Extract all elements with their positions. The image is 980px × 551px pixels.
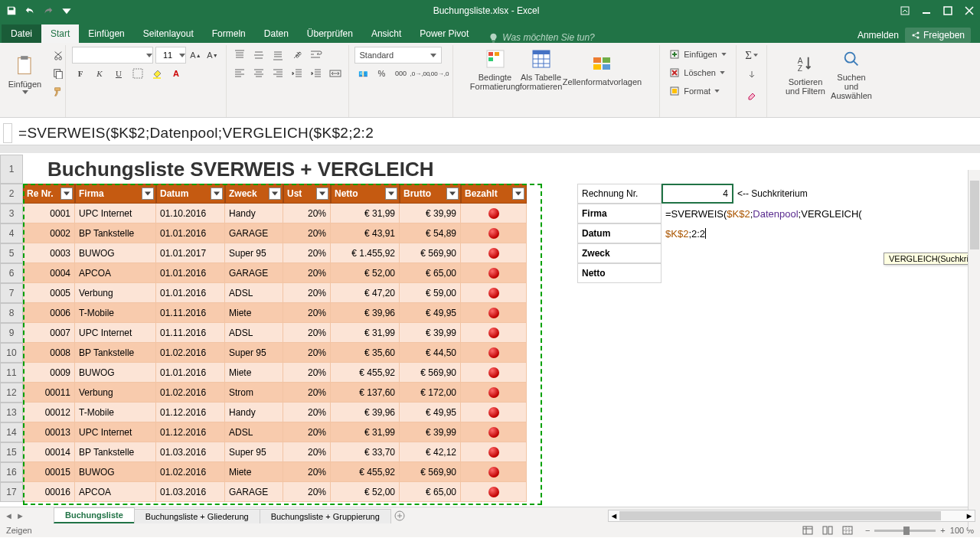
netto-label[interactable]: Netto	[577, 263, 662, 283]
increase-decimal-button[interactable]: ,0→,00	[412, 65, 429, 82]
tab-powerpivot[interactable]: Power Pivot	[410, 24, 478, 43]
cell-datum[interactable]: 01.01.2017	[156, 243, 225, 263]
cell-brutto[interactable]: € 59,00	[400, 283, 461, 303]
col-header-brutto[interactable]: Brutto	[400, 184, 461, 204]
row-header[interactable]: 12	[0, 383, 23, 403]
cell-brutto[interactable]: € 569,90	[400, 243, 461, 263]
cell-firma[interactable]: T-Mobile	[75, 303, 156, 323]
cell-zweck[interactable]: Handy	[225, 403, 283, 422]
cell-renr[interactable]: 0002	[23, 223, 75, 243]
cell-datum[interactable]: 01.11.2016	[156, 303, 225, 323]
table-row[interactable]: 00014BP Tankstelle01.03.2016Super 9520%€…	[23, 442, 966, 462]
cell-netto[interactable]: € 455,92	[331, 462, 400, 482]
view-page-layout-button[interactable]	[819, 522, 836, 539]
filter-datum[interactable]	[211, 187, 223, 200]
column-headers[interactable]	[0, 145, 980, 153]
cell-styles-button[interactable]: Zellenformatvorlagen	[566, 51, 639, 86]
align-bottom-button[interactable]	[270, 47, 286, 64]
cell-datum[interactable]: 01.01.2016	[156, 363, 225, 383]
tab-formeln[interactable]: Formeln	[203, 24, 255, 43]
cell-renr[interactable]: 0005	[23, 283, 75, 303]
copy-button[interactable]	[50, 65, 67, 82]
cell-brutto[interactable]: € 54,89	[400, 223, 461, 243]
cell-firma[interactable]: T-Mobile	[75, 403, 156, 422]
align-center-button[interactable]	[250, 65, 267, 82]
delete-cells-button[interactable]: Löschen	[666, 65, 729, 80]
cell-brutto[interactable]: € 49,95	[400, 403, 461, 422]
filter-renr[interactable]	[60, 187, 73, 200]
cell-ust[interactable]: 20%	[283, 383, 331, 403]
cell-renr[interactable]: 00013	[23, 422, 75, 442]
cell-netto[interactable]: € 47,20	[331, 283, 400, 303]
cell-renr[interactable]: 0001	[23, 204, 75, 223]
format-painter-button[interactable]	[50, 83, 67, 100]
autosum-button[interactable]: Σ	[743, 47, 760, 64]
formula-overlay-line1[interactable]: =SVERWEIS($K$2;Datenpool;VERGLEICH(	[662, 204, 864, 223]
cell-zweck[interactable]: GARAGE	[225, 263, 283, 283]
table-row[interactable]: 0005Verbung01.01.2016ADSL20%€ 47,20€ 59,…	[23, 283, 966, 303]
decrease-decimal-button[interactable]: ,00→,0	[431, 65, 448, 82]
italic-button[interactable]: K	[91, 65, 108, 82]
row-header[interactable]: 3	[0, 204, 23, 223]
thousands-button[interactable]: 000	[393, 65, 410, 82]
row-header[interactable]: 13	[0, 403, 23, 422]
close-button[interactable]	[959, 0, 980, 21]
horizontal-scrollbar[interactable]: ◄ ►	[608, 510, 975, 522]
cell-brutto[interactable]: € 65,00	[400, 482, 461, 502]
row-header[interactable]: 1	[0, 155, 23, 184]
cell-ust[interactable]: 20%	[283, 204, 331, 223]
cell-bezahlt[interactable]	[461, 363, 527, 383]
tab-einfuegen[interactable]: Einfügen	[79, 24, 133, 43]
cell-firma[interactable]: Verbung	[75, 283, 156, 303]
hscroll-thumb[interactable]	[619, 511, 941, 520]
cell-bezahlt[interactable]	[461, 223, 527, 243]
sheet-tab-buchungsliste[interactable]: Buchungsliste	[54, 507, 135, 523]
cell-renr[interactable]: 0006	[23, 303, 75, 323]
sheet-tab-gruppierung[interactable]: Buchungsliste + Gruppierung	[260, 509, 391, 523]
tab-datei[interactable]: Datei	[2, 24, 41, 43]
row-header[interactable]: 7	[0, 283, 23, 303]
cell-firma[interactable]: APCOA	[75, 482, 156, 502]
table-row[interactable]: 00016APCOA01.03.2016GARAGE20%€ 52,00€ 65…	[23, 482, 966, 502]
cell-datum[interactable]: 01.01.2016	[156, 223, 225, 243]
row-header[interactable]: 2	[0, 184, 23, 204]
table-row[interactable]: 00015BUWOG01.02.2016Miete20%€ 455,92€ 56…	[23, 462, 966, 482]
cell-bezahlt[interactable]	[461, 323, 527, 343]
cell-netto[interactable]: € 455,92	[331, 363, 400, 383]
align-top-button[interactable]	[231, 47, 248, 64]
cell-brutto[interactable]: € 39,99	[400, 422, 461, 442]
cell-firma[interactable]: BP Tankstelle	[75, 442, 156, 462]
qat-dropdown[interactable]	[58, 2, 75, 19]
cell-ust[interactable]: 20%	[283, 442, 331, 462]
clear-button[interactable]	[743, 86, 760, 103]
cell-bezahlt[interactable]	[461, 442, 527, 462]
row-header[interactable]: 8	[0, 303, 23, 323]
cell-brutto[interactable]: € 44,50	[400, 343, 461, 363]
cell-netto[interactable]: € 1.455,92	[331, 243, 400, 263]
cell-bezahlt[interactable]	[461, 403, 527, 422]
row-header[interactable]: 10	[0, 343, 23, 363]
table-row[interactable]: 00013UPC Internet01.12.2016ADSL20%€ 31,9…	[23, 422, 966, 442]
font-size-combo[interactable]	[155, 47, 186, 64]
tab-start[interactable]: Start	[41, 24, 79, 43]
table-row[interactable]: 0009BUWOG01.01.2016Miete20%€ 455,92€ 569…	[23, 363, 966, 383]
undo-button[interactable]	[21, 2, 38, 19]
table-row[interactable]: 00011Verbung01.02.2016Strom20%€ 137,60€ …	[23, 383, 966, 403]
ribbon-options-icon[interactable]	[894, 0, 916, 21]
cell-datum[interactable]: 01.11.2016	[156, 323, 225, 343]
cell-ust[interactable]: 20%	[283, 263, 331, 283]
fill-color-button[interactable]	[149, 65, 165, 82]
cell-renr[interactable]: 0004	[23, 263, 75, 283]
cell-zweck[interactable]: Super 95	[225, 442, 283, 462]
cell-datum[interactable]: 01.12.2016	[156, 403, 225, 422]
cell-renr[interactable]: 00014	[23, 442, 75, 462]
cell-zweck[interactable]: Strom	[225, 383, 283, 403]
align-left-button[interactable]	[231, 65, 248, 82]
merge-button[interactable]	[327, 65, 344, 82]
cell-zweck[interactable]: Super 95	[225, 243, 283, 263]
cell-datum[interactable]: 01.10.2016	[156, 204, 225, 223]
maximize-button[interactable]	[937, 0, 959, 21]
cell-datum[interactable]: 01.02.2016	[156, 383, 225, 403]
cell-bezahlt[interactable]	[461, 243, 527, 263]
cell-netto[interactable]: € 39,96	[331, 403, 400, 422]
